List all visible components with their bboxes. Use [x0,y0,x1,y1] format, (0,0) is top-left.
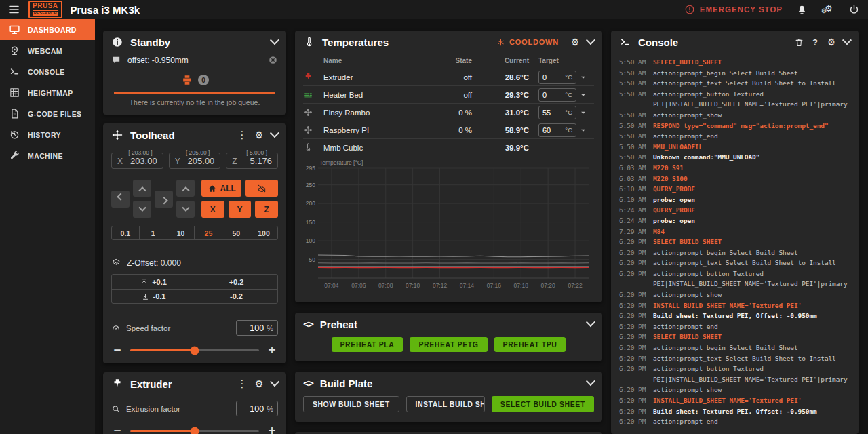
home-z-button[interactable]: Z [255,201,278,218]
jog-z-down-button[interactable] [176,201,195,218]
toolhead-collapse-button[interactable] [271,132,278,138]
extrusion-factor-slider[interactable] [130,430,259,432]
move-distance-25-button[interactable]: 25 [194,226,222,239]
move-distance-1-button[interactable]: 1 [139,226,167,239]
preheat-tpu-button[interactable]: PREHEAT TPU [494,337,566,352]
move-distance-10-button[interactable]: 10 [167,226,195,239]
babystep-down-small-button[interactable]: -0.1 [112,289,195,303]
sidebar-item-machine[interactable]: MACHINE [0,145,95,166]
position-y-field[interactable]: [ 205.00 ] Y205.00 [169,149,221,169]
build-plate-collapse-button[interactable] [587,380,594,387]
jog-z-up-button[interactable] [176,180,195,197]
home-y-button[interactable]: Y [229,201,252,218]
console-entry: 5:50 AMRESPOND type="command" msg="actio… [619,121,852,132]
extrusion-decrease-button[interactable]: − [113,426,122,434]
home-all-button[interactable]: ALL [201,180,241,197]
console-message: QUERY_PROBE [653,184,852,195]
notifications-bell-icon[interactable] [796,4,808,16]
clear-message-icon[interactable] [268,55,278,65]
console-entry: 6:20 PMaction:prompt_text Select Build S… [619,258,852,269]
sidebar-item-history[interactable]: HISTORY [0,124,95,145]
temperatures-collapse-button[interactable] [587,39,594,45]
temperatures-settings-gear-icon[interactable]: ⚙ [570,37,580,47]
target-presets-caret-icon[interactable] [578,125,588,135]
console-message: action:prompt_begin Select Build Sheet [653,342,852,353]
show-build-sheet-button[interactable]: SHOW BUILD SHEET [303,396,399,412]
target-temp-input[interactable]: 55°C [538,106,576,119]
speed-factor-input[interactable]: 100 % [236,320,278,336]
toolhead-menu-icon[interactable]: ⋮ [237,130,247,140]
console-entry: 6:10 AMprobe: open [619,195,852,205]
extrusion-increase-button[interactable]: + [267,426,277,434]
position-readout: [ 203.00 ] X203.00 [ 205.00 ] Y205.00 [ … [111,149,278,169]
cooldown-button[interactable]: COOLDOWN [496,38,559,47]
emergency-stop-button[interactable]: EMERGENCY STOP [684,4,783,15]
interface-settings-gears-icon[interactable]: ⚙⚙ [821,3,835,16]
console-timestamp: 5:50 AM [619,89,653,110]
extruder-collapse-button[interactable] [271,380,278,387]
console-collapse-button[interactable] [844,39,850,45]
console-settings-gear-icon[interactable]: ⚙ [826,37,837,47]
babystep-up-small-button[interactable]: +0.1 [112,275,195,289]
sidebar-item-console[interactable]: CONSOLE [0,61,95,82]
install-build-sheet-button[interactable]: INSTALL BUILD SHEET [407,397,485,412]
prusa-logo[interactable]: PRUSA RESEARCH [28,1,62,18]
arrow-down-to-line-icon [141,292,150,301]
slider-thumb[interactable] [191,346,199,355]
menu-icon[interactable] [8,3,20,16]
sidebar-item-heightmap[interactable]: HEIGHTMAP [0,82,95,103]
fan-icon [303,107,313,117]
jog-controls [111,180,195,218]
power-icon[interactable] [848,4,860,16]
console-log[interactable]: 5:50 AMSELECT_BUILD_SHEET5:50 AMaction:p… [611,54,859,434]
target-presets-caret-icon[interactable] [578,90,588,100]
sidebar-item-dashboard[interactable]: DASHBOARD [0,19,95,40]
babystep-label: -0.2 [230,292,243,300]
jog-x-minus-button[interactable] [111,191,130,208]
move-distance-0.1-button[interactable]: 0.1 [112,226,139,239]
console-entry: 6:20 PMaction:prompt_begin Select Build … [619,248,852,258]
motors-off-button[interactable] [245,180,278,197]
babystep-down-large-button[interactable]: -0.2 [195,289,277,303]
console-entry: 5:50 AMaction:prompt_text Select Build S… [619,78,852,89]
console-timestamp: 5:50 AM [619,68,653,79]
clear-console-trash-icon[interactable] [794,37,804,47]
select-build-sheet-button[interactable]: SELECT BUILD SHEET [492,396,594,412]
alert-circle-icon [684,4,695,15]
position-z-field[interactable]: [ 5.000 ] Z5.176 [226,149,278,169]
preheat-collapse-button[interactable] [587,321,594,328]
speed-factor-slider[interactable] [130,349,259,351]
jog-x-plus-button[interactable] [155,191,173,208]
preheat-pla-button[interactable]: PREHEAT PLA [332,337,403,352]
target-temp-input[interactable]: 60°C [538,123,576,137]
target-presets-caret-icon[interactable] [578,73,588,82]
move-distance-50-button[interactable]: 50 [222,226,250,239]
babystep-up-large-button[interactable]: +0.2 [195,275,277,289]
toolhead-settings-gear-icon[interactable]: ⚙ [254,130,264,140]
target-presets-caret-icon[interactable] [578,108,588,117]
extruder-menu-icon[interactable]: ⋮ [237,379,247,389]
move-distance-100-button[interactable]: 100 [250,226,277,239]
slider-thumb[interactable] [191,427,199,434]
job-queue-printer-icon[interactable] [180,73,194,87]
console-timestamp: 6:20 PM [619,342,653,353]
target-temp-input[interactable]: 0°C [538,71,576,84]
home-x-button[interactable]: X [201,201,224,218]
extrusion-factor-input[interactable]: 100 % [236,401,278,416]
jog-y-minus-button[interactable] [133,201,151,218]
console-timestamp: 6:20 PM [619,269,653,290]
console-help-icon[interactable]: ? [811,37,819,47]
target-temp-input[interactable]: 0°C [538,88,576,102]
speed-increase-button[interactable]: + [267,345,277,355]
sidebar-item-label: HISTORY [28,131,61,139]
sidebar-item-label: WEBCAM [28,47,62,55]
speed-decrease-button[interactable]: − [113,345,122,355]
status-collapse-button[interactable] [271,39,278,45]
extruder-settings-gear-icon[interactable]: ⚙ [254,379,264,389]
sidebar-item-webcam[interactable]: WEBCAM [0,40,95,61]
sidebar-item-g-code-files[interactable]: G-CODE FILES [0,103,95,124]
preheat-petg-button[interactable]: PREHEAT PETG [410,337,487,352]
console-message: action:prompt_text Select Build Sheet to… [653,78,852,89]
position-x-field[interactable]: [ 203.00 ] X203.00 [111,149,163,169]
jog-y-plus-button[interactable] [133,180,151,197]
